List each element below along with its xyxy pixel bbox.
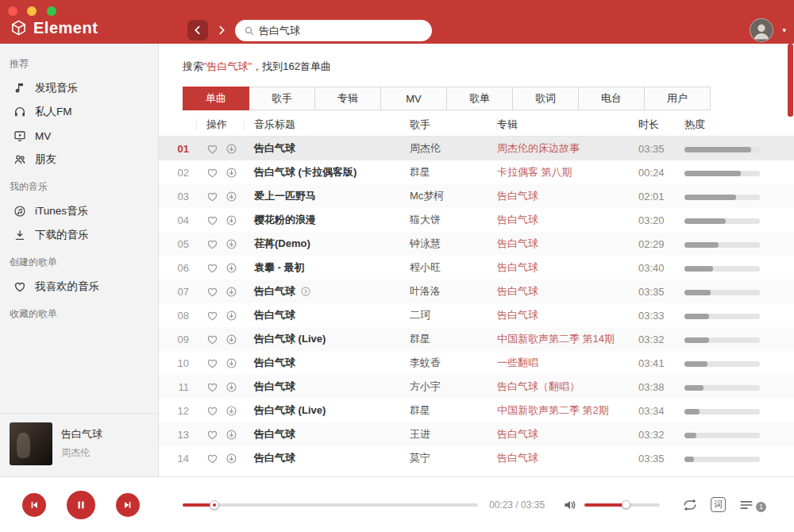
sidebar-item-itunes[interactable]: iTunes音乐 [0,199,158,223]
volume-icon[interactable] [562,497,578,513]
song-title[interactable]: 告白气球 [245,427,410,441]
song-artist[interactable]: Mc梦柯 [410,189,497,203]
table-row[interactable]: 07告白气球叶洛洛告白气球03:35 [159,279,794,303]
table-row[interactable]: 03爱上一匹野马Mc梦柯告白气球02:01 [159,184,794,208]
song-artist[interactable]: 群星 [410,332,497,346]
download-icon[interactable] [225,143,237,155]
mv-link-icon[interactable] [300,286,311,297]
song-album[interactable]: 告白气球 [497,451,638,465]
song-artist[interactable]: 二珂 [410,308,497,322]
like-icon[interactable] [206,453,218,465]
like-icon[interactable] [206,429,218,441]
search-input[interactable] [259,25,423,37]
repeat-icon[interactable] [682,497,698,513]
playlist-button[interactable]: 1 [738,497,766,513]
song-album[interactable]: 周杰伦的床边故事 [497,141,638,156]
window-minimize-button[interactable] [27,6,37,16]
previous-button[interactable] [22,493,46,517]
tab-radio[interactable]: 电台 [578,87,645,110]
window-zoom-button[interactable] [47,6,56,16]
song-title[interactable]: 樱花粉的浪漫 [245,213,410,227]
song-artist[interactable]: 程小旺 [410,260,497,275]
download-icon[interactable] [225,286,237,298]
table-row[interactable]: 11告白气球方小宇告白气球（翻唱）03:38 [159,375,794,399]
download-icon[interactable] [225,214,237,226]
song-title[interactable]: 告白气球 (Live) [245,403,410,418]
sidebar-item-mv[interactable]: MV [0,124,158,148]
song-title[interactable]: 袁攀 - 最初 [245,260,410,275]
song-title[interactable]: 告白气球 [245,380,410,394]
lyrics-button[interactable]: 词 [711,497,726,512]
song-title[interactable]: 告白气球 (卡拉偶客版) [245,165,410,179]
table-row[interactable]: 08告白气球二珂告白气球03:33 [159,303,794,327]
sidebar-item-liked[interactable]: 我喜欢的音乐 [0,275,158,299]
like-icon[interactable] [206,238,218,250]
song-title[interactable]: 爱上一匹野马 [245,189,410,203]
song-album[interactable]: 告白气球 [497,189,638,203]
table-row[interactable]: 14告白气球莫宁告白气球03:35 [159,446,794,470]
forward-button[interactable] [211,20,232,40]
song-artist[interactable]: 叶洛洛 [410,284,497,299]
download-icon[interactable] [225,429,237,441]
now-playing-artist[interactable]: 周杰伦 [61,446,102,460]
window-close-button[interactable] [8,6,17,16]
download-icon[interactable] [225,167,237,179]
download-icon[interactable] [225,357,237,369]
song-title[interactable]: 告白气球 [245,451,410,465]
like-icon[interactable] [206,381,218,393]
download-icon[interactable] [225,310,237,322]
song-album[interactable]: 卡拉偶客 第八期 [497,165,638,179]
progress-track[interactable] [183,503,478,507]
song-album[interactable]: 告白气球 [497,213,638,227]
tab-lyrics[interactable]: 歌词 [512,87,579,110]
sidebar-item-friends[interactable]: 朋友 [0,148,158,172]
like-icon[interactable] [206,333,218,345]
song-artist[interactable]: 群星 [410,403,497,418]
sidebar-item-downloads[interactable]: 下载的音乐 [0,223,158,247]
like-icon[interactable] [206,405,218,417]
song-album[interactable]: 一些翻唱 [497,356,638,370]
table-row[interactable]: 01告白气球周杰伦周杰伦的床边故事03:35 [159,137,794,160]
song-title[interactable]: 告白气球 [245,141,410,156]
like-icon[interactable] [206,214,218,226]
song-artist[interactable]: 猫大饼 [410,213,497,227]
scrollbar-thumb[interactable] [788,44,793,117]
song-artist[interactable]: 李蚊香 [410,356,497,370]
download-icon[interactable] [225,191,237,202]
back-button[interactable] [187,20,208,40]
download-icon[interactable] [225,453,237,465]
table-row[interactable]: 02告白气球 (卡拉偶客版)群星卡拉偶客 第八期00:24 [159,160,794,184]
like-icon[interactable] [206,310,218,322]
song-artist[interactable]: 钟泳慧 [410,237,497,251]
now-playing-title[interactable]: 告白气球 [61,427,102,441]
chevron-down-icon[interactable]: ▾ [782,26,786,34]
table-row[interactable]: 04樱花粉的浪漫猫大饼告白气球03:20 [159,208,794,232]
table-row[interactable]: 10告白气球李蚊香一些翻唱03:41 [159,351,794,375]
search-box[interactable] [235,20,432,41]
tab-album[interactable]: 专辑 [314,87,381,110]
table-row[interactable]: 06袁攀 - 最初程小旺告白气球03:40 [159,256,794,279]
sidebar-item-fm[interactable]: 私人FM [0,100,158,124]
song-artist[interactable]: 周杰伦 [410,141,497,156]
progress-handle[interactable] [210,500,219,510]
download-icon[interactable] [225,333,237,345]
table-row[interactable]: 13告白气球王进告白气球03:32 [159,422,794,446]
download-icon[interactable] [225,405,237,417]
table-row[interactable]: 12告白气球 (Live)群星中国新歌声第二季 第2期03:34 [159,399,794,422]
song-title[interactable]: 告白气球 (Live) [245,332,410,346]
like-icon[interactable] [206,191,218,202]
song-title[interactable]: 告白气球 [245,284,410,299]
song-album[interactable]: 告白气球 [497,260,638,275]
song-album[interactable]: 告白气球 [497,237,638,251]
song-artist[interactable]: 莫宁 [410,451,497,465]
tab-single[interactable]: 单曲 [183,87,249,110]
table-row[interactable]: 09告白气球 (Live)群星中国新歌声第二季 第14期03:32 [159,327,794,351]
next-button[interactable] [116,493,140,517]
tab-mv[interactable]: MV [380,87,447,110]
tab-artist[interactable]: 歌手 [249,87,315,110]
tab-user[interactable]: 用户 [644,87,711,110]
like-icon[interactable] [206,143,218,155]
volume-slider[interactable] [584,500,660,510]
song-artist[interactable]: 方小宇 [410,380,497,394]
song-artist[interactable]: 群星 [410,165,497,179]
